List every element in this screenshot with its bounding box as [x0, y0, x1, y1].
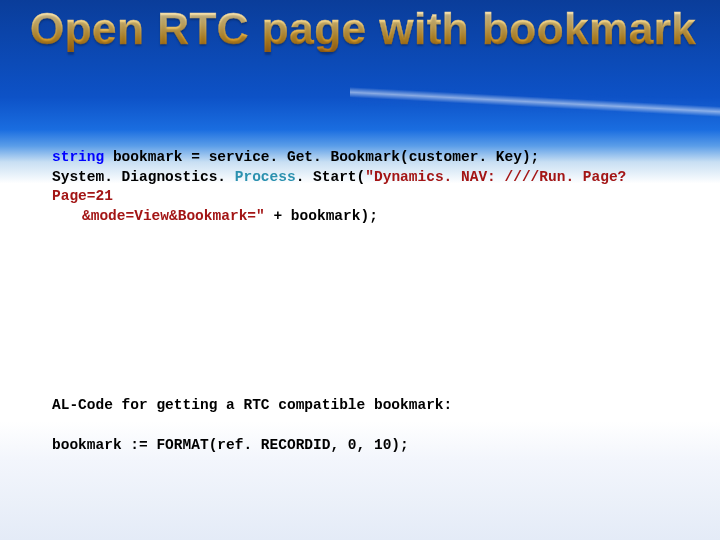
code-text: . Start( [296, 169, 366, 185]
code-text: System. Diagnostics. [52, 169, 235, 185]
keyword-string: string [52, 149, 104, 165]
code-line-1: string bookmark = service. Get. Bookmark… [52, 148, 668, 168]
string-literal: &mode=View&Bookmark=" [82, 208, 265, 224]
code-line-2: System. Diagnostics. Process. Start("Dyn… [52, 168, 668, 207]
code-line-3: &mode=View&Bookmark=" + bookmark); [52, 207, 668, 227]
note-line: AL-Code for getting a RTC compatible boo… [52, 396, 668, 416]
slide: Open RTC page with bookmark string bookm… [0, 0, 720, 540]
code-text: bookmark = service. Get. Bookmark(custom… [104, 149, 539, 165]
slide-title: Open RTC page with bookmark [30, 6, 700, 52]
type-process: Process [235, 169, 296, 185]
slide-body: string bookmark = service. Get. Bookmark… [52, 148, 668, 455]
al-code-line: bookmark := FORMAT(ref. RECORDID, 0, 10)… [52, 436, 668, 456]
code-text: + bookmark); [265, 208, 378, 224]
decorative-sweep [350, 59, 720, 145]
